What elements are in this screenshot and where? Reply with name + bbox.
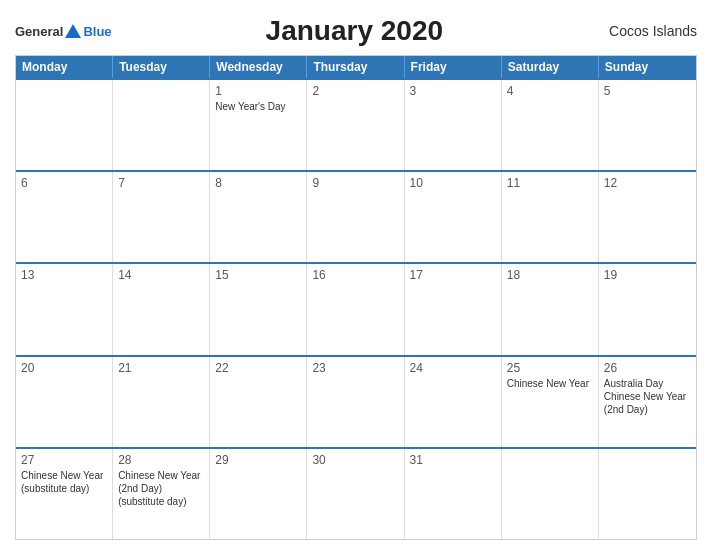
header: General Blue January 2020 Cocos Islands <box>15 15 697 47</box>
weekday-header-tuesday: Tuesday <box>113 56 210 78</box>
logo-blue: Blue <box>83 24 111 39</box>
calendar-cell: 25Chinese New Year <box>502 357 599 447</box>
day-number: 10 <box>410 176 496 190</box>
event-text: Australia Day <box>604 377 691 390</box>
calendar-cell: 3 <box>405 80 502 170</box>
calendar-cell: 9 <box>307 172 404 262</box>
calendar-cell: 27Chinese New Year (substitute day) <box>16 449 113 539</box>
calendar-cell: 10 <box>405 172 502 262</box>
day-number: 8 <box>215 176 301 190</box>
day-number: 22 <box>215 361 301 375</box>
calendar-week-1: 1New Year's Day2345 <box>16 78 696 170</box>
calendar-cell: 11 <box>502 172 599 262</box>
calendar-cell: 17 <box>405 264 502 354</box>
day-number: 11 <box>507 176 593 190</box>
calendar-week-2: 6789101112 <box>16 170 696 262</box>
day-number: 2 <box>312 84 398 98</box>
day-number: 6 <box>21 176 107 190</box>
calendar-cell: 23 <box>307 357 404 447</box>
day-number: 26 <box>604 361 691 375</box>
calendar-title: January 2020 <box>112 15 597 47</box>
day-number: 18 <box>507 268 593 282</box>
calendar-cell <box>502 449 599 539</box>
logo: General Blue <box>15 24 112 39</box>
calendar-cell: 6 <box>16 172 113 262</box>
calendar-cell: 7 <box>113 172 210 262</box>
event-text: Chinese New Year <box>507 377 593 390</box>
calendar-cell: 31 <box>405 449 502 539</box>
calendar-cell: 18 <box>502 264 599 354</box>
day-number: 1 <box>215 84 301 98</box>
calendar: MondayTuesdayWednesdayThursdayFridaySatu… <box>15 55 697 540</box>
day-number: 27 <box>21 453 107 467</box>
calendar-cell: 20 <box>16 357 113 447</box>
calendar-cell: 30 <box>307 449 404 539</box>
day-number: 29 <box>215 453 301 467</box>
event-text: Chinese New Year (substitute day) <box>21 469 107 495</box>
calendar-cell: 1New Year's Day <box>210 80 307 170</box>
weekday-header-sunday: Sunday <box>599 56 696 78</box>
day-number: 12 <box>604 176 691 190</box>
calendar-cell: 15 <box>210 264 307 354</box>
day-number: 17 <box>410 268 496 282</box>
day-number: 4 <box>507 84 593 98</box>
calendar-cell: 19 <box>599 264 696 354</box>
weekday-header-thursday: Thursday <box>307 56 404 78</box>
calendar-cell <box>113 80 210 170</box>
calendar-header-row: MondayTuesdayWednesdayThursdayFridaySatu… <box>16 56 696 78</box>
calendar-cell: 5 <box>599 80 696 170</box>
calendar-cell: 26Australia DayChinese New Year (2nd Day… <box>599 357 696 447</box>
calendar-cell <box>16 80 113 170</box>
day-number: 25 <box>507 361 593 375</box>
calendar-cell: 2 <box>307 80 404 170</box>
calendar-cell <box>599 449 696 539</box>
day-number: 5 <box>604 84 691 98</box>
event-text: New Year's Day <box>215 100 301 113</box>
calendar-cell: 16 <box>307 264 404 354</box>
calendar-cell: 8 <box>210 172 307 262</box>
weekday-header-wednesday: Wednesday <box>210 56 307 78</box>
day-number: 30 <box>312 453 398 467</box>
day-number: 31 <box>410 453 496 467</box>
weekday-header-saturday: Saturday <box>502 56 599 78</box>
calendar-cell: 29 <box>210 449 307 539</box>
logo-triangle-icon <box>65 24 81 38</box>
calendar-cell: 22 <box>210 357 307 447</box>
calendar-cell: 4 <box>502 80 599 170</box>
weekday-header-friday: Friday <box>405 56 502 78</box>
day-number: 19 <box>604 268 691 282</box>
weekday-header-monday: Monday <box>16 56 113 78</box>
event-text: Chinese New Year (2nd Day) <box>604 390 691 416</box>
day-number: 20 <box>21 361 107 375</box>
day-number: 21 <box>118 361 204 375</box>
calendar-cell: 24 <box>405 357 502 447</box>
event-text: Chinese New Year (2nd Day) (substitute d… <box>118 469 204 508</box>
day-number: 3 <box>410 84 496 98</box>
day-number: 7 <box>118 176 204 190</box>
region-label: Cocos Islands <box>597 23 697 39</box>
logo-general: General <box>15 24 63 39</box>
calendar-cell: 21 <box>113 357 210 447</box>
page: General Blue January 2020 Cocos Islands … <box>0 0 712 550</box>
calendar-cell: 14 <box>113 264 210 354</box>
day-number: 13 <box>21 268 107 282</box>
calendar-week-5: 27Chinese New Year (substitute day)28Chi… <box>16 447 696 539</box>
calendar-cell: 13 <box>16 264 113 354</box>
day-number: 24 <box>410 361 496 375</box>
day-number: 14 <box>118 268 204 282</box>
day-number: 28 <box>118 453 204 467</box>
calendar-cell: 28Chinese New Year (2nd Day) (substitute… <box>113 449 210 539</box>
day-number: 23 <box>312 361 398 375</box>
calendar-body: 1New Year's Day2345678910111213141516171… <box>16 78 696 539</box>
day-number: 9 <box>312 176 398 190</box>
calendar-week-3: 13141516171819 <box>16 262 696 354</box>
calendar-cell: 12 <box>599 172 696 262</box>
calendar-week-4: 202122232425Chinese New Year26Australia … <box>16 355 696 447</box>
day-number: 16 <box>312 268 398 282</box>
day-number: 15 <box>215 268 301 282</box>
